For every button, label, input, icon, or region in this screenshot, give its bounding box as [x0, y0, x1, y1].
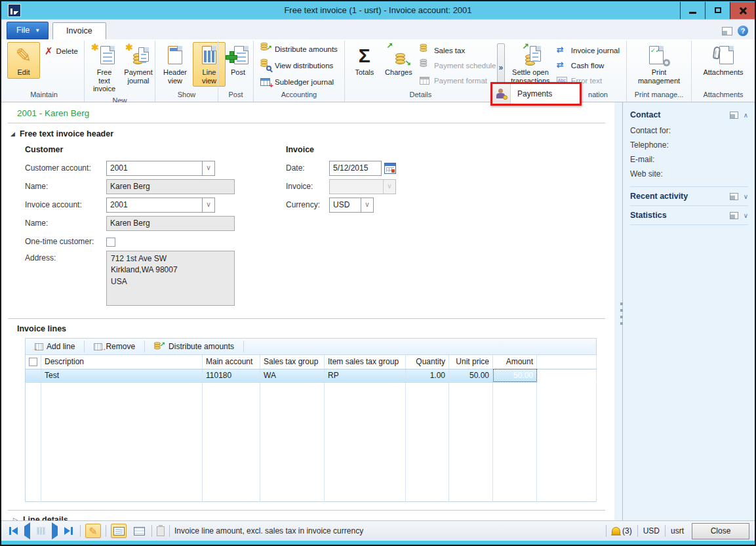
header-section-title: Free text invoice header	[20, 129, 113, 138]
group-label-accounting: Accounting	[255, 89, 343, 102]
view-distributions-button[interactable]: View distributions	[257, 58, 336, 73]
customer-account-combo[interactable]: 2001 v	[106, 161, 215, 176]
factbox-window-icon[interactable]	[730, 212, 738, 219]
ribbon-group-show: Header view Line view Show	[155, 41, 218, 102]
factbox-window-icon[interactable]	[730, 112, 738, 119]
column-header-main-account[interactable]: Main account	[203, 355, 260, 369]
date-label: Date:	[286, 161, 329, 173]
invoice-account-label: Invoice account:	[25, 198, 106, 209]
delete-button[interactable]: ✗ Delete	[41, 43, 81, 58]
cell-description[interactable]: Test	[41, 369, 203, 382]
view-distributions-icon	[260, 60, 271, 71]
cash-flow-button[interactable]: ⇄ Cash flow	[553, 58, 623, 73]
remove-line-button[interactable]: → Remove	[89, 341, 140, 352]
first-record-button[interactable]	[9, 527, 18, 535]
payments-menu-item[interactable]: Payments	[511, 84, 552, 104]
payment-format-button: Payment format	[416, 73, 500, 88]
cell-quantity[interactable]: 1.00	[406, 369, 449, 382]
distribute-amounts-toolbar-button[interactable]: ↗ Distribute amounts	[149, 341, 239, 352]
invoice-account-combo[interactable]: 2001 v	[106, 198, 215, 213]
factbox-window-icon[interactable]	[730, 193, 738, 200]
currency-combo[interactable]: USD v	[329, 198, 374, 213]
minimize-button[interactable]	[680, 2, 705, 19]
date-input[interactable]: 5/12/2015	[329, 161, 382, 176]
chevron-down-icon[interactable]: v	[202, 198, 214, 212]
invoice-label: Invoice:	[286, 179, 329, 191]
invoice-lines-toolbar: → Add line → Remove ↗ Distribute amounts	[25, 338, 597, 355]
previous-record-button[interactable]	[24, 526, 30, 536]
settle-open-transactions-button[interactable]: ↗ Settle open transactions	[509, 42, 552, 87]
tab-invoice[interactable]: Invoice	[52, 22, 106, 39]
chevron-down-icon[interactable]: v	[361, 198, 373, 212]
chevron-down-icon[interactable]: v	[202, 161, 214, 175]
invoice-lines-grid: Description Main account Sales tax group…	[25, 355, 597, 502]
telephone-label: Telephone:	[630, 138, 748, 152]
calendar-icon[interactable]	[384, 163, 396, 174]
grid-empty-area[interactable]	[26, 382, 597, 501]
cell-main-account[interactable]: 110180	[203, 369, 260, 382]
maximize-button[interactable]	[705, 2, 730, 19]
column-header-amount[interactable]: Amount	[493, 355, 537, 369]
next-record-button[interactable]	[52, 526, 58, 536]
file-menu-button[interactable]: File ▼	[7, 22, 49, 39]
cell-item-sales-tax-group[interactable]: RP	[325, 369, 406, 382]
free-text-invoice-button[interactable]: ✱ Free text invoice	[88, 42, 121, 95]
charges-button[interactable]: ↗↘ Charges	[382, 42, 415, 79]
expand-icon[interactable]: ∨	[744, 212, 748, 219]
cell-amount-selected[interactable]: 50.00	[493, 369, 537, 382]
column-header-description[interactable]: Description	[41, 355, 203, 369]
factbox-statistics-title[interactable]: Statistics	[630, 211, 667, 220]
line-view-icon	[202, 46, 216, 64]
subledger-journal-button[interactable]: + Subledger journal	[257, 74, 337, 89]
column-header-sales-tax-group[interactable]: Sales tax group	[260, 355, 325, 369]
close-button[interactable]: Close	[692, 523, 749, 539]
edit-mode-button[interactable]: ✎	[85, 524, 101, 538]
help-icon[interactable]: ?	[738, 26, 748, 36]
select-all-checkbox[interactable]	[29, 358, 37, 366]
one-time-customer-checkbox[interactable]	[106, 238, 115, 247]
close-window-button[interactable]	[730, 2, 755, 19]
cell-sales-tax-group[interactable]: WA	[260, 369, 325, 382]
expand-icon[interactable]: ∨	[744, 193, 748, 200]
header-section-toggle[interactable]: ◢ Free text invoice header	[8, 123, 614, 142]
last-record-button[interactable]	[64, 527, 73, 535]
maximize-icon	[715, 7, 721, 13]
column-header-quantity[interactable]: Quantity	[406, 355, 449, 369]
payment-journal-button[interactable]: ✱ Payment journal	[122, 42, 155, 87]
invoice-group-title: Invoice	[286, 145, 396, 154]
attachments-button[interactable]: Attachments	[695, 42, 751, 79]
remove-line-icon: →	[94, 343, 102, 350]
splitter-handle[interactable]	[620, 303, 623, 325]
row-select-cell[interactable]	[26, 369, 41, 382]
sales-tax-icon	[420, 45, 431, 56]
record-grid-icon	[37, 527, 45, 535]
cell-unit-price[interactable]: 50.00	[449, 369, 493, 382]
invoice-journal-button[interactable]: ⇄ Invoice journal	[553, 43, 623, 58]
ribbon-group-new: ✱ Free text invoice ✱ Payment journal Ne…	[84, 41, 155, 102]
pencil-icon: ✎	[89, 525, 97, 537]
post-button[interactable]: Post	[222, 42, 254, 79]
edit-button[interactable]: ✎ Edit	[7, 42, 40, 79]
header-view-button[interactable]: Header view	[159, 42, 191, 87]
grid-header-row: Description Main account Sales tax group…	[26, 355, 597, 369]
column-header-item-sales-tax-group[interactable]: Item sales tax group	[325, 355, 406, 369]
pencil-icon: ✎	[15, 45, 31, 68]
status-currency[interactable]: USD	[643, 526, 660, 536]
grid-view-button[interactable]	[131, 524, 147, 538]
subledger-journal-icon: +	[260, 77, 271, 87]
factbox-contact-title[interactable]: Contact	[630, 110, 661, 119]
notifications-button[interactable]: (3)	[612, 526, 632, 536]
add-line-button[interactable]: → Add line	[30, 341, 80, 352]
status-user[interactable]: usrt	[671, 526, 684, 536]
factbox-recent-activity-title[interactable]: Recent activity	[630, 192, 688, 201]
distribute-amounts-button[interactable]: ↗ Distribute amounts	[257, 41, 341, 56]
table-row[interactable]: Test 110180 WA RP 1.00 50.00 50.00	[26, 369, 597, 382]
print-management-button[interactable]: ✓✓ Print management	[630, 42, 688, 87]
factbox-layout-icon[interactable]	[722, 27, 732, 35]
form-view-button[interactable]	[111, 524, 127, 538]
totals-button[interactable]: Σ Totals	[348, 42, 381, 79]
sales-tax-button[interactable]: Sales tax	[416, 43, 500, 58]
line-details-toggle[interactable]: ▷ Line details	[8, 510, 605, 521]
column-header-unit-price[interactable]: Unit price	[449, 355, 493, 369]
collapse-icon[interactable]: ∧	[744, 112, 748, 119]
